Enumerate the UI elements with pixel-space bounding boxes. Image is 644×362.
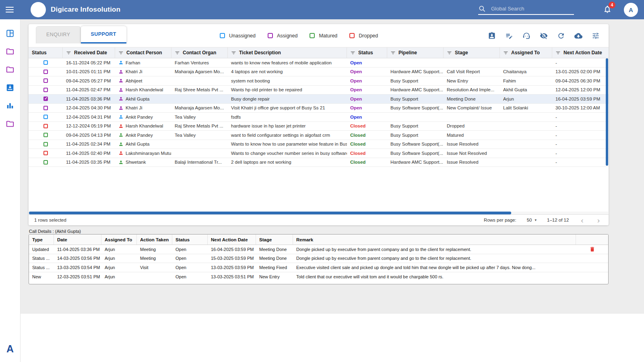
ticket-row-1[interactable]: 16-11-2024 05:22 PMFarhanFarhan Ventures… bbox=[29, 58, 609, 68]
export-button[interactable] bbox=[574, 32, 582, 40]
ticket-row-4[interactable]: 11-04-2025 02:47 PMHarsh KhandelwalRaj S… bbox=[29, 86, 609, 95]
cd-cell-stage: Meeting Done bbox=[256, 254, 293, 263]
cell-ticket-description: wants to know new features of mobile app… bbox=[228, 58, 347, 67]
ticket-row-10[interactable]: 11-04-2025 02:34 PMAkhil GuptaWants to k… bbox=[29, 140, 609, 149]
call-detail-row-2: Status ...14-03-2025 03:56 PMArjunMeetin… bbox=[29, 254, 608, 263]
search-input[interactable] bbox=[490, 5, 569, 12]
ticket-row-3[interactable]: 09-04-2025 05:27 PMAbhijeetsystem not bo… bbox=[29, 76, 609, 86]
row-checkbox[interactable] bbox=[43, 151, 48, 155]
contact-person-name: Ankit Pandey bbox=[126, 115, 153, 119]
tab-support[interactable]: SUPPORT bbox=[81, 26, 126, 43]
cell-status: Open bbox=[347, 68, 387, 76]
cell-assigned-to bbox=[500, 113, 552, 121]
sidebar-item-dashboard[interactable] bbox=[0, 25, 20, 43]
row-checkbox[interactable] bbox=[43, 97, 48, 101]
cd-cell-date: 13-03-2025 03:54 PM bbox=[54, 263, 101, 272]
sidebar-item-import[interactable] bbox=[0, 79, 20, 97]
ticket-row-5[interactable]: 11-04-2025 03:36 PMAkhil GuptaBusy dongl… bbox=[29, 95, 609, 104]
delete-button[interactable] bbox=[589, 246, 595, 252]
cell-stage: New Complaint/ Issue bbox=[444, 104, 500, 113]
row-checkbox[interactable] bbox=[43, 160, 48, 165]
row-checkbox[interactable] bbox=[43, 115, 48, 119]
horizontal-scrollbar[interactable] bbox=[29, 212, 608, 214]
chevron-right-icon[interactable]: › bbox=[596, 216, 601, 224]
cell-next-action-date: 09-04-2025 06:30 PM bbox=[552, 76, 608, 85]
row-checkbox[interactable] bbox=[43, 70, 48, 74]
call-details-title: Call Details : (Akhil Gupta) bbox=[29, 229, 81, 234]
sidebar-item-folder-1[interactable] bbox=[0, 43, 20, 61]
row-checkbox[interactable] bbox=[43, 60, 48, 65]
contact-person-name: Lakshminarayan Mutuswa bbox=[126, 151, 171, 156]
cell-status: Open bbox=[347, 86, 387, 95]
contact-person-name: Khatri Ji bbox=[126, 105, 142, 110]
row-checkbox[interactable] bbox=[43, 106, 48, 110]
legend-checkbox-assigned[interactable] bbox=[268, 33, 273, 38]
row-checkbox[interactable] bbox=[43, 133, 48, 137]
column-header-assigned-to[interactable]: Assigned To bbox=[500, 47, 552, 58]
cell-assigned-to bbox=[500, 158, 552, 167]
contact-card-icon bbox=[488, 35, 496, 41]
legend-unassigned: Unassigned bbox=[220, 33, 256, 39]
sidebar-item-reports[interactable] bbox=[0, 97, 20, 115]
ticket-row-12[interactable]: 11-04-2025 03:35 PMShwetankBalaji Intern… bbox=[29, 158, 609, 167]
cell-ticket-description: 4 laptops are not working bbox=[228, 68, 347, 76]
cell-stage: Resolution And Imple... bbox=[444, 86, 500, 95]
cell-pipeline: Busy Software Support(... bbox=[387, 140, 444, 149]
ticket-row-7[interactable]: 12-04-2025 04:31 PMAnkit PandeyTea Valle… bbox=[29, 113, 609, 122]
main-content: ENQUIRY SUPPORT UnassignedAssignedMature… bbox=[21, 19, 644, 314]
rows-per-page-select[interactable]: 50 ▾ bbox=[527, 218, 537, 222]
column-header-next-action-date[interactable]: Next Action Date bbox=[552, 47, 608, 58]
cd-cell-date: 12-03-2025 03:51 PM bbox=[54, 272, 101, 282]
column-header-stage[interactable]: Stage bbox=[444, 47, 500, 58]
contact-person-name: Shwetank bbox=[126, 160, 146, 165]
cell-next-action-date: - bbox=[552, 58, 608, 67]
sidebar-item-folder-3[interactable] bbox=[0, 115, 20, 134]
menu-icon[interactable] bbox=[6, 5, 14, 14]
column-header-status[interactable]: Status bbox=[347, 47, 387, 58]
sidebar-item-folder-2[interactable] bbox=[0, 61, 20, 79]
chevron-left-icon[interactable]: ‹ bbox=[579, 216, 585, 224]
ticket-row-11[interactable]: 11-04-2025 02:40 PMLakshminarayan Mutusw… bbox=[29, 149, 609, 158]
cd-cell-assigned-to: Arjun bbox=[101, 254, 137, 263]
edit-list-button[interactable] bbox=[505, 32, 513, 40]
legend-dropped: Dropped bbox=[349, 33, 378, 39]
column-header-received-date[interactable]: Received Date bbox=[63, 47, 115, 58]
support-agent-button[interactable] bbox=[522, 32, 530, 40]
row-checkbox[interactable] bbox=[43, 142, 48, 146]
legend-checkbox-dropped[interactable] bbox=[349, 33, 355, 38]
column-header-contact-person[interactable]: Contact Person bbox=[115, 47, 171, 58]
ticket-row-8[interactable]: 12-12-2024 05:19 PMHarsh KhandelwalRaj S… bbox=[29, 122, 609, 131]
cell-contact-organization: Maharaja Agarsen Mo... bbox=[171, 104, 228, 113]
column-header-checkbox-status[interactable]: Status bbox=[29, 47, 63, 58]
ticket-row-2[interactable]: 10-01-2025 01:11 PMKhatri JiMaharaja Aga… bbox=[29, 68, 609, 77]
cd-cell-next-action-date: 13-03-2025 03:51 PM bbox=[208, 272, 256, 282]
ticket-row-6[interactable]: 12-04-2025 04:30 PMKhatri JiMaharaja Aga… bbox=[29, 104, 609, 113]
notifications-button[interactable]: 4 bbox=[603, 5, 612, 14]
horizontal-scrollbar-thumb[interactable] bbox=[29, 212, 511, 214]
cd-cell-actions bbox=[576, 254, 608, 263]
person-icon bbox=[118, 123, 124, 129]
cell-status-checkbox bbox=[29, 58, 63, 67]
tab-enquiry[interactable]: ENQUIRY bbox=[36, 26, 81, 43]
avatar[interactable]: A bbox=[624, 3, 638, 17]
cd-cell-stage: New Entry bbox=[256, 272, 293, 282]
cd-cell-assigned-to: Arjun bbox=[101, 245, 137, 254]
hide-columns-button[interactable] bbox=[540, 32, 548, 40]
row-checkbox[interactable] bbox=[43, 88, 48, 92]
row-checkbox[interactable] bbox=[43, 78, 48, 83]
row-checkbox[interactable] bbox=[43, 124, 48, 128]
cell-stage: Dropped bbox=[444, 122, 500, 131]
filter-settings-button[interactable] bbox=[592, 32, 600, 40]
folder-icon bbox=[6, 47, 14, 57]
person-icon bbox=[118, 105, 124, 111]
column-header-pipeline[interactable]: Pipeline bbox=[387, 47, 444, 58]
vertical-scrollbar[interactable] bbox=[606, 58, 608, 166]
column-header-ticket-description[interactable]: Ticket Description bbox=[228, 47, 347, 58]
refresh-button[interactable] bbox=[557, 32, 565, 40]
column-header-contact-organ[interactable]: Contact Organ bbox=[171, 47, 228, 58]
legend-checkbox-unassigned[interactable] bbox=[220, 33, 225, 38]
filter-icon bbox=[555, 50, 561, 56]
contact-card-button[interactable] bbox=[488, 32, 496, 40]
legend-checkbox-matured[interactable] bbox=[310, 33, 315, 38]
ticket-row-9[interactable]: 09-04-2025 04:13 PMAnkit PandeyTea Valle… bbox=[29, 131, 609, 140]
